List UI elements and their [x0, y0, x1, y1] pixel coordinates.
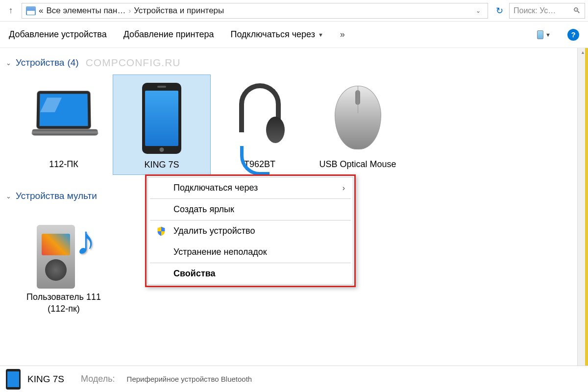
- laptop-icon: [32, 91, 96, 145]
- chevron-down-icon: ⌄: [6, 193, 13, 200]
- device-label: KING 7S: [144, 159, 179, 171]
- details-thumbnail: [6, 369, 21, 390]
- add-printer-button[interactable]: Добавление принтера: [123, 29, 214, 40]
- add-device-button[interactable]: Добавление устройства: [9, 29, 107, 40]
- device-item-mouse[interactable]: USB Optical Mouse: [309, 74, 407, 175]
- device-item-laptop[interactable]: 112-ПК: [15, 74, 113, 175]
- menu-label: Подключаться через: [173, 183, 258, 193]
- details-model-label: Модель:: [81, 374, 115, 384]
- device-item-headset[interactable]: T962BT: [211, 74, 309, 175]
- menu-item-create-shortcut[interactable]: Создать ярлык: [148, 199, 353, 220]
- device-label: Пользователь 111 (112-пк): [19, 292, 109, 315]
- menu-item-properties[interactable]: Свойства: [148, 263, 353, 284]
- breadcrumb-dropdown-icon[interactable]: ⌄: [473, 7, 484, 14]
- picture-icon: [537, 30, 543, 39]
- chevron-right-icon: ›: [128, 7, 131, 15]
- shield-icon: [156, 225, 167, 237]
- menu-item-remove-device[interactable]: Удалить устройство: [148, 220, 353, 242]
- breadcrumb-segment[interactable]: Устройства и принтеры: [134, 6, 224, 16]
- device-item-media[interactable]: ♪ Пользователь 111 (112-пк): [15, 207, 113, 318]
- chevron-right-icon: ›: [343, 184, 345, 193]
- chevron-down-icon: ▼: [318, 32, 323, 38]
- details-device-name: KING 7S: [27, 374, 64, 385]
- group-count: (4): [67, 57, 78, 68]
- device-list: 112-ПК KING 7S: [4, 71, 573, 175]
- mouse-icon: [335, 86, 381, 149]
- group-title: Устройства мульти: [16, 191, 97, 201]
- details-pane: KING 7S Модель: Периферийное устройство …: [0, 366, 588, 392]
- connect-via-label: Подключаться через: [231, 29, 315, 40]
- device-label: 112-ПК: [49, 159, 78, 170]
- media-player-icon: ♪: [32, 213, 96, 289]
- menu-label: Удалить устройство: [173, 226, 255, 236]
- menu-label: Устранение неполадок: [173, 247, 267, 257]
- content-area: ⌄ Устройства (4) COMPCONFIG.RU 112-ПК: [0, 48, 577, 366]
- refresh-icon[interactable]: ↻: [491, 5, 508, 16]
- device-item-phone[interactable]: KING 7S: [113, 74, 211, 175]
- search-input[interactable]: Поиск: Ус… 🔍︎: [509, 3, 585, 19]
- menu-label: Свойства: [173, 269, 216, 279]
- breadcrumb[interactable]: « Все элементы пан… › Устройства и принт…: [22, 3, 488, 19]
- toolbar: Добавление устройства Добавление принтер…: [0, 22, 588, 48]
- search-icon[interactable]: 🔍︎: [573, 6, 581, 15]
- phone-icon: [142, 83, 181, 154]
- view-options-button[interactable]: ▼: [537, 29, 551, 40]
- context-menu: Подключаться через › Создать ярлык Удали…: [145, 174, 356, 287]
- connect-via-button[interactable]: Подключаться через ▼: [231, 29, 323, 40]
- nav-up-icon[interactable]: ↑: [3, 3, 19, 19]
- group-title: Устройства: [16, 57, 64, 68]
- device-label: USB Optical Mouse: [319, 159, 396, 170]
- folder-icon: [26, 6, 36, 15]
- breadcrumb-segment[interactable]: Все элементы пан…: [46, 6, 125, 16]
- headset-icon: [230, 83, 289, 152]
- menu-item-troubleshoot[interactable]: Устранение неполадок: [148, 242, 353, 263]
- help-icon[interactable]: ?: [567, 29, 579, 41]
- window-edge: [585, 48, 588, 366]
- menu-label: Создать ярлык: [173, 204, 234, 215]
- search-placeholder: Поиск: Ус…: [514, 6, 556, 15]
- chevron-down-icon: ⌄: [6, 59, 13, 67]
- chevron-down-icon: ▼: [545, 32, 551, 38]
- details-model-value: Периферийное устройство Bluetooth: [127, 375, 252, 383]
- menu-item-connect-via[interactable]: Подключаться через ›: [148, 177, 353, 198]
- breadcrumb-prefix: «: [39, 6, 43, 16]
- group-header-devices[interactable]: ⌄ Устройства (4) COMPCONFIG.RU: [4, 53, 573, 71]
- toolbar-overflow-button[interactable]: »: [340, 29, 345, 40]
- watermark-text: COMPCONFIG.RU: [86, 57, 181, 69]
- address-bar: ↑ « Все элементы пан… › Устройства и при…: [0, 0, 588, 22]
